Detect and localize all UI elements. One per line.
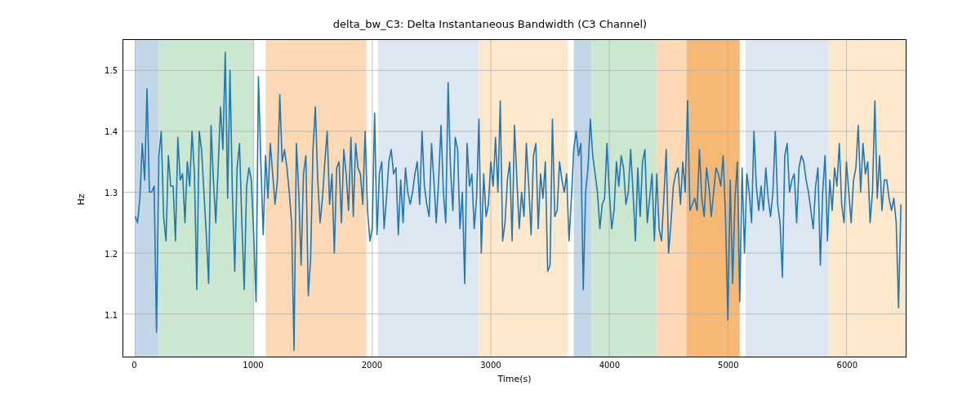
x-tick-label: 3000 [480,361,501,370]
y-axis-label: Hz [76,193,87,205]
background-band [378,40,479,357]
plot-svg [123,40,906,357]
y-tick-label: 1.5 [88,65,118,74]
x-tick-label: 0 [131,361,136,370]
y-tick-label: 1.2 [88,249,118,258]
figure: delta_bw_C3: Delta Instantaneous Bandwid… [0,0,980,408]
background-band [136,40,159,357]
chart-title: delta_bw_C3: Delta Instantaneous Bandwid… [0,18,980,30]
background-band [574,40,592,357]
y-tick-label: 1.1 [88,310,118,319]
background-band [657,40,686,357]
x-tick-label: 6000 [837,361,858,370]
x-tick-label: 4000 [599,361,620,370]
x-axis-label: Time(s) [122,374,906,384]
x-tick-label: 1000 [243,361,263,370]
plot-area [122,39,906,357]
y-tick-label: 1.4 [88,126,118,135]
background-band [265,40,366,357]
x-tick-label: 2000 [362,361,382,370]
x-tick-label: 5000 [718,361,738,370]
y-tick-label: 1.3 [88,188,118,197]
